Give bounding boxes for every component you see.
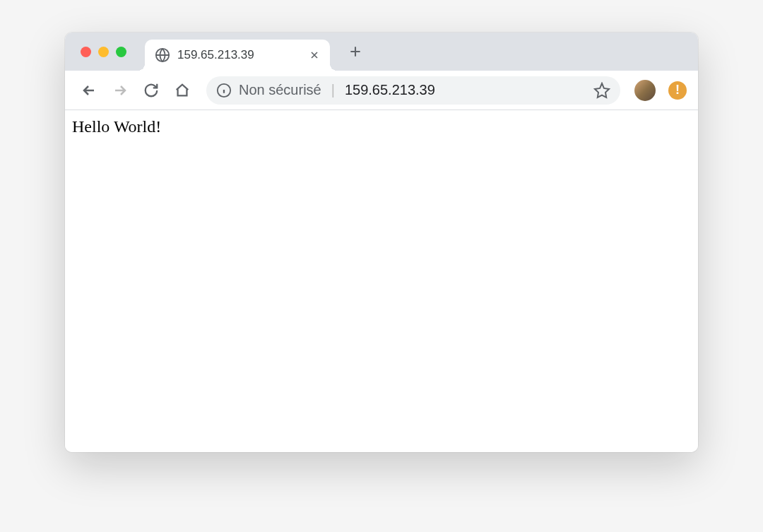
toolbar: Non sécurisé | 159.65.213.39 ! bbox=[65, 71, 698, 110]
site-info-icon[interactable] bbox=[216, 83, 232, 98]
browser-window: 159.65.213.39 bbox=[65, 32, 698, 452]
maximize-window-button[interactable] bbox=[116, 47, 126, 57]
forward-button[interactable] bbox=[107, 78, 133, 103]
url-text: 159.65.213.39 bbox=[345, 82, 586, 98]
tab-strip: 159.65.213.39 bbox=[65, 32, 698, 71]
tab-title: 159.65.213.39 bbox=[177, 48, 307, 62]
close-window-button[interactable] bbox=[81, 47, 91, 57]
address-bar[interactable]: Non sécurisé | 159.65.213.39 bbox=[206, 76, 620, 105]
profile-avatar[interactable] bbox=[634, 80, 656, 101]
back-button[interactable] bbox=[76, 78, 102, 103]
minimize-window-button[interactable] bbox=[98, 47, 109, 57]
separator: | bbox=[331, 82, 335, 98]
close-tab-button[interactable] bbox=[307, 48, 321, 62]
new-tab-button[interactable] bbox=[344, 40, 367, 63]
reload-button[interactable] bbox=[138, 78, 164, 103]
page-content: Hello World! bbox=[65, 110, 698, 452]
globe-icon bbox=[155, 47, 170, 63]
security-status-label: Non sécurisé bbox=[239, 82, 321, 98]
home-button[interactable] bbox=[170, 78, 195, 103]
warning-badge-icon[interactable]: ! bbox=[668, 81, 687, 100]
window-controls bbox=[65, 47, 145, 57]
page-body-text: Hello World! bbox=[72, 117, 691, 136]
bookmark-star-icon[interactable] bbox=[593, 82, 610, 99]
browser-tab[interactable]: 159.65.213.39 bbox=[145, 40, 330, 71]
